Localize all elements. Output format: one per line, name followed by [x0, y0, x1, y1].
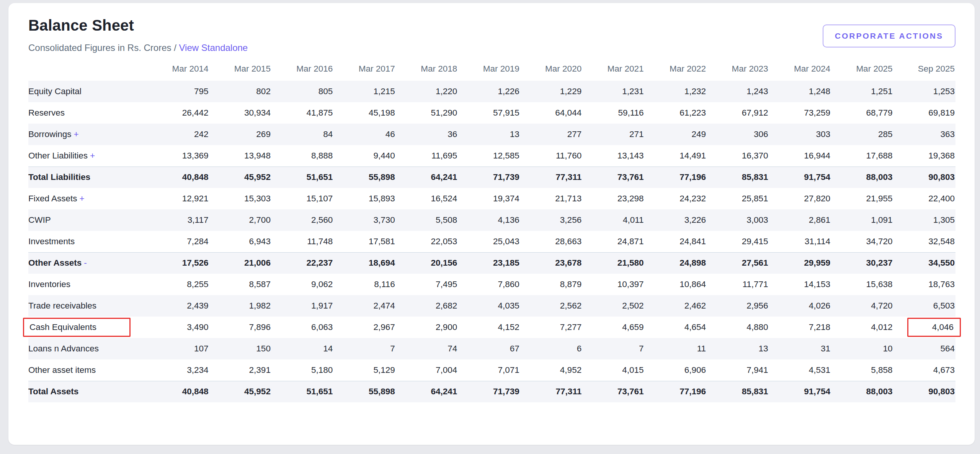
value-cell: 25,851: [707, 188, 769, 209]
value-cell: 16,524: [396, 188, 458, 209]
row-label[interactable]: Other Assets-: [28, 252, 147, 274]
value-cell: 15,107: [271, 188, 333, 209]
value-cell: 2,560: [271, 209, 333, 231]
value-cell: 2,956: [707, 295, 769, 317]
value-cell: 13: [707, 338, 769, 359]
expand-toggle-icon[interactable]: +: [90, 151, 95, 160]
value-cell: 2,967: [333, 317, 395, 338]
value-cell: 2,391: [209, 359, 271, 381]
value-cell: 7,860: [458, 274, 520, 295]
table-row: Borrowings+24226984463613277271249306303…: [28, 124, 956, 145]
value-cell: 6: [520, 338, 582, 359]
value-cell: 4,654: [645, 317, 707, 338]
value-cell: 269: [209, 124, 271, 145]
value-cell: 3,003: [707, 209, 769, 231]
value-cell: 9,062: [271, 274, 333, 295]
value-cell: 40,848: [147, 167, 209, 188]
value-cell: 29,959: [769, 252, 831, 274]
row-label[interactable]: Borrowings+: [28, 124, 147, 145]
value-cell: 8,255: [147, 274, 209, 295]
column-header: Sep 2025: [893, 63, 956, 81]
value-cell: 2,900: [396, 317, 458, 338]
value-cell: 4,720: [831, 295, 893, 317]
value-cell: 88,003: [831, 381, 893, 402]
value-cell: 11,760: [520, 145, 582, 167]
value-cell: 51,651: [271, 381, 333, 402]
value-cell: 46: [333, 124, 395, 145]
value-cell: 1,226: [458, 81, 520, 102]
column-header: Mar 2023: [707, 63, 769, 81]
value-cell: 21,713: [520, 188, 582, 209]
table-row: Total Liabilities40,84845,95251,65155,89…: [28, 167, 956, 188]
value-cell: 85,831: [707, 167, 769, 188]
row-label: Total Assets: [28, 381, 147, 402]
value-cell: 107: [147, 338, 209, 359]
column-header: Mar 2015: [209, 63, 271, 81]
value-cell: 23,678: [520, 252, 582, 274]
value-cell: 91,754: [769, 167, 831, 188]
value-cell: 23,185: [458, 252, 520, 274]
value-cell: 303: [769, 124, 831, 145]
table-row: Other asset items3,2342,3915,1805,1297,0…: [28, 359, 956, 381]
row-label[interactable]: Other Liabilities+: [28, 145, 147, 167]
expand-toggle-icon[interactable]: +: [80, 194, 85, 203]
value-cell: 12,921: [147, 188, 209, 209]
value-cell: 69,819: [893, 102, 956, 124]
value-cell: 150: [209, 338, 271, 359]
table-row: Investments7,2846,94311,74817,58122,0532…: [28, 231, 956, 252]
value-cell: 24,871: [582, 231, 644, 252]
value-cell: 7,941: [707, 359, 769, 381]
value-cell: 1,305: [893, 209, 956, 231]
column-header: Mar 2016: [271, 63, 333, 81]
value-cell: 805: [271, 81, 333, 102]
column-header: Mar 2020: [520, 63, 582, 81]
table-row: Other Assets-17,52621,00622,23718,69420,…: [28, 252, 956, 274]
value-cell: 4,531: [769, 359, 831, 381]
value-cell: 8,888: [271, 145, 333, 167]
column-header: Mar 2025: [831, 63, 893, 81]
value-cell: 27,820: [769, 188, 831, 209]
row-label-text: Loans n Advances: [28, 344, 99, 353]
value-cell: 1,248: [769, 81, 831, 102]
expand-toggle-icon[interactable]: +: [74, 129, 79, 139]
value-cell: 2,439: [147, 295, 209, 317]
value-cell: 802: [209, 81, 271, 102]
value-cell: 18,694: [333, 252, 395, 274]
table-row: Equity Capital7958028051,2151,2201,2261,…: [28, 81, 956, 102]
value-cell: 564: [893, 338, 956, 359]
card-header: Balance Sheet Consolidated Figures in Rs…: [28, 17, 956, 53]
value-cell: 4,046: [893, 317, 956, 338]
value-cell: 40,848: [147, 381, 209, 402]
value-cell: 67,912: [707, 102, 769, 124]
row-label[interactable]: Fixed Assets+: [28, 188, 147, 209]
balance-sheet-card: Balance Sheet Consolidated Figures in Rs…: [8, 3, 975, 445]
value-cell: 21,955: [831, 188, 893, 209]
collapse-toggle-icon[interactable]: -: [84, 258, 87, 268]
value-cell: 73,761: [582, 381, 644, 402]
view-standalone-link[interactable]: View Standalone: [179, 42, 248, 53]
value-cell: 15,638: [831, 274, 893, 295]
value-cell: 64,241: [396, 167, 458, 188]
row-label-text: Investments: [28, 237, 75, 246]
value-cell: 25,043: [458, 231, 520, 252]
value-cell: 26,442: [147, 102, 209, 124]
value-cell: 4,015: [582, 359, 644, 381]
column-header: Mar 2014: [147, 63, 209, 81]
value-cell: 8,116: [333, 274, 395, 295]
value-cell: 4,136: [458, 209, 520, 231]
value-cell: 64,044: [520, 102, 582, 124]
value-cell: 14,153: [769, 274, 831, 295]
column-header: Mar 2018: [396, 63, 458, 81]
value-cell: 3,490: [147, 317, 209, 338]
value-cell: 10: [831, 338, 893, 359]
value-cell: 22,237: [271, 252, 333, 274]
value-cell: 15,303: [209, 188, 271, 209]
row-label: Other asset items: [28, 359, 147, 381]
value-cell: 9,440: [333, 145, 395, 167]
value-cell: 19,374: [458, 188, 520, 209]
corporate-actions-button[interactable]: CORPORATE ACTIONS: [823, 24, 956, 47]
value-cell: 795: [147, 81, 209, 102]
value-cell: 30,237: [831, 252, 893, 274]
value-cell: 4,012: [831, 317, 893, 338]
row-label-text: Other Assets: [28, 258, 82, 268]
